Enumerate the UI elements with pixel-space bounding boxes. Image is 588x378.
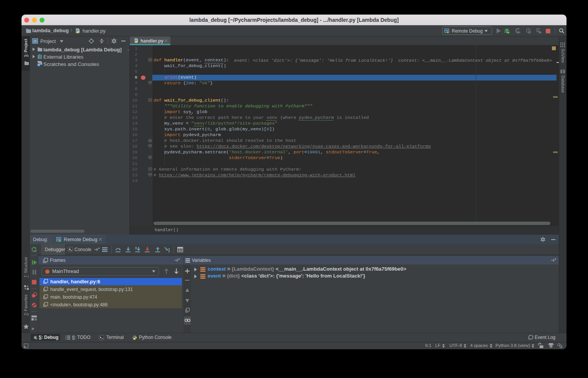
svg-text:?: ? bbox=[560, 346, 562, 348]
